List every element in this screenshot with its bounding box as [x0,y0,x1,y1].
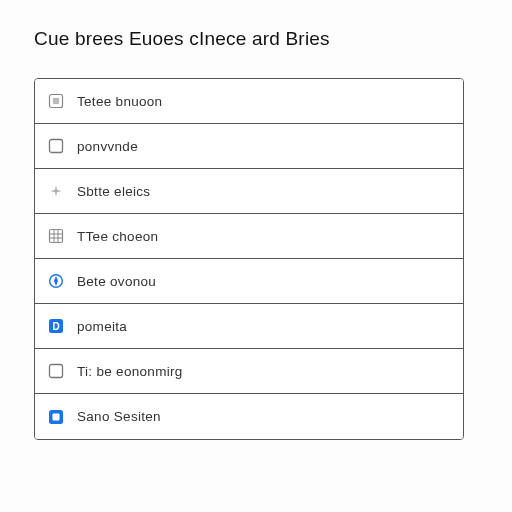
sparkle-icon [47,182,65,200]
list-item[interactable]: TTee choeon [35,214,463,259]
svg-rect-2 [50,140,63,153]
list-item[interactable]: Sano Sesiten [35,394,463,439]
option-list: Tetee bnuoon ponvvnde Sbtte eleics [34,78,464,440]
list-item[interactable]: ponvvnde [35,124,463,169]
list-item-label: Sano Sesiten [77,409,161,424]
page-title: Cue brees Euoes cInece ard Bries [34,28,490,50]
square-d-icon: D [47,317,65,335]
list-item-label: Tetee bnuoon [77,94,162,109]
svg-text:D: D [52,321,59,332]
square-blue-icon [47,408,65,426]
grid-icon [47,227,65,245]
list-item[interactable]: Ti: be eononmirg [35,349,463,394]
square-outline-icon [47,362,65,380]
list-item[interactable]: Bete ovonou [35,259,463,304]
list-item-label: ponvvnde [77,139,138,154]
svg-rect-11 [50,365,63,378]
list-item-label: pomeita [77,319,127,334]
list-item-label: Ti: be eononmirg [77,364,183,379]
square-outline-icon [47,137,65,155]
list-item[interactable]: Tetee bnuoon [35,79,463,124]
square-dotted-icon [47,92,65,110]
list-item[interactable]: Sbtte eleics [35,169,463,214]
svg-rect-13 [53,413,60,420]
compass-icon [47,272,65,290]
list-item[interactable]: D pomeita [35,304,463,349]
list-item-label: Bete ovonou [77,274,156,289]
svg-rect-1 [53,98,59,104]
svg-rect-3 [50,230,63,243]
list-item-label: TTee choeon [77,229,158,244]
list-item-label: Sbtte eleics [77,184,150,199]
